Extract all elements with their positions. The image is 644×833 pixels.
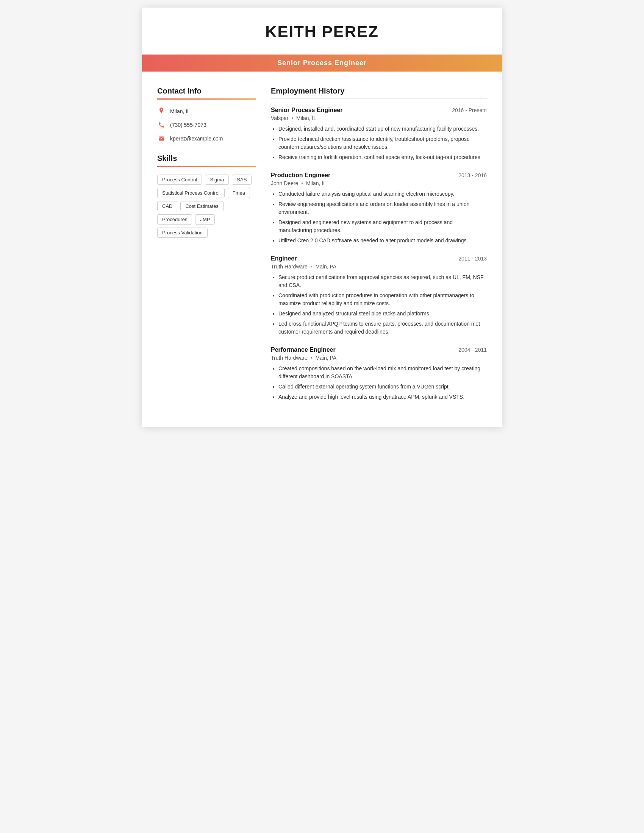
contact-phone: (730) 555-7073 bbox=[157, 121, 256, 129]
job-dates: 2016 - Present bbox=[452, 107, 487, 113]
jobs-container: Senior Process Engineer2016 - PresentVal… bbox=[271, 107, 487, 401]
skill-tag: Process Control bbox=[157, 175, 202, 185]
skill-tag: JMP bbox=[195, 214, 215, 225]
location-text: Milan, IL bbox=[170, 108, 190, 114]
job-entry: Engineer2011 - 2013Truth Hardware • Main… bbox=[271, 255, 487, 336]
job-bullet: Review engineering specifications and or… bbox=[279, 200, 487, 216]
job-entry: Senior Process Engineer2016 - PresentVal… bbox=[271, 107, 487, 161]
email-icon bbox=[157, 134, 166, 143]
skills-section-title: Skills bbox=[157, 154, 256, 163]
job-header: Engineer2011 - 2013 bbox=[271, 255, 487, 262]
skill-tag: Process Validation bbox=[157, 228, 208, 238]
contact-location: Milan, IL bbox=[157, 107, 256, 116]
employment-section-title: Employment History bbox=[271, 87, 487, 95]
skills-divider bbox=[157, 166, 256, 167]
job-company: John Deere • Milan, IL bbox=[271, 180, 487, 186]
job-bullet: Coordinated with production procedures i… bbox=[279, 291, 487, 307]
job-bullet: Secure product certifications from appro… bbox=[279, 273, 487, 289]
job-bullet: Led cross-functional APQP teams to ensur… bbox=[279, 320, 487, 336]
main-content: Employment History Senior Process Engine… bbox=[271, 87, 487, 412]
job-company: Truth Hardware • Main, PA bbox=[271, 264, 487, 270]
job-company: Truth Hardware • Main, PA bbox=[271, 355, 487, 361]
job-bullets: Created compositions based on the work-l… bbox=[271, 365, 487, 401]
job-bullet: Conducted failure analysis using optical… bbox=[279, 190, 487, 198]
job-bullet: Provide technical direction /assistance … bbox=[279, 135, 487, 151]
skill-tag: SAS bbox=[232, 175, 251, 185]
job-header: Performance Engineer2004 - 2011 bbox=[271, 346, 487, 353]
phone-icon bbox=[157, 121, 166, 129]
job-entry: Production Engineer2013 - 2016John Deere… bbox=[271, 172, 487, 244]
skills-section: Skills Process ControlSigmaSASStatistica… bbox=[157, 154, 256, 238]
job-bullets: Conducted failure analysis using optical… bbox=[271, 190, 487, 244]
skill-tag: Procedures bbox=[157, 214, 192, 225]
skills-tags: Process ControlSigmaSASStatistical Proce… bbox=[157, 175, 256, 238]
body-layout: Contact Info Milan, IL (730) 555-7073 bbox=[142, 72, 502, 427]
skill-tag: Statistical Process Control bbox=[157, 188, 225, 198]
skill-tag: Fmea bbox=[228, 188, 250, 198]
contact-divider bbox=[157, 98, 256, 100]
contact-email: kperez@example.com bbox=[157, 134, 256, 143]
skill-tag: Sigma bbox=[205, 175, 229, 185]
job-bullets: Designed, installed and, coordinated sta… bbox=[271, 125, 487, 161]
employment-divider bbox=[271, 98, 487, 99]
job-title: Engineer bbox=[271, 255, 296, 262]
contact-section-title: Contact Info bbox=[157, 87, 256, 95]
job-bullet: Designed and engineered new systems and … bbox=[279, 219, 487, 234]
header: KEITH PEREZ bbox=[142, 8, 502, 48]
job-title: Performance Engineer bbox=[271, 346, 336, 353]
job-bullet: Analyze and provide high level results u… bbox=[279, 393, 487, 401]
job-title: Senior Process Engineer bbox=[271, 107, 343, 114]
email-text: kperez@example.com bbox=[170, 135, 223, 142]
job-company: Valspar • Milan, IL bbox=[271, 115, 487, 121]
job-bullet: Utilized Creo 2.0 CAD software as needed… bbox=[279, 236, 487, 244]
candidate-name: KEITH PEREZ bbox=[150, 23, 494, 41]
job-bullet: Designed, installed and, coordinated sta… bbox=[279, 125, 487, 133]
job-entry: Performance Engineer2004 - 2011Truth Har… bbox=[271, 346, 487, 401]
job-dates: 2004 - 2011 bbox=[458, 347, 487, 353]
candidate-title: Senior Process Engineer bbox=[150, 59, 494, 67]
job-title: Production Engineer bbox=[271, 172, 330, 179]
job-bullets: Secure product certifications from appro… bbox=[271, 273, 487, 336]
job-header: Senior Process Engineer2016 - Present bbox=[271, 107, 487, 114]
sidebar: Contact Info Milan, IL (730) 555-7073 bbox=[157, 87, 256, 412]
job-bullet: Designed and analyzed structural steel p… bbox=[279, 310, 487, 318]
job-bullet: Called different external operating syst… bbox=[279, 383, 487, 391]
skill-tag: Cost Estimates bbox=[180, 201, 223, 211]
job-header: Production Engineer2013 - 2016 bbox=[271, 172, 487, 179]
job-dates: 2011 - 2013 bbox=[458, 256, 487, 262]
skill-tag: CAD bbox=[157, 201, 177, 211]
location-icon bbox=[157, 107, 166, 116]
job-bullet: Receive training in forklift operation, … bbox=[279, 153, 487, 161]
title-bar: Senior Process Engineer bbox=[142, 55, 502, 72]
job-dates: 2013 - 2016 bbox=[458, 172, 487, 178]
resume-container: KEITH PEREZ Senior Process Engineer Cont… bbox=[142, 8, 502, 427]
phone-text: (730) 555-7073 bbox=[170, 122, 206, 128]
job-bullet: Created compositions based on the work-l… bbox=[279, 365, 487, 381]
